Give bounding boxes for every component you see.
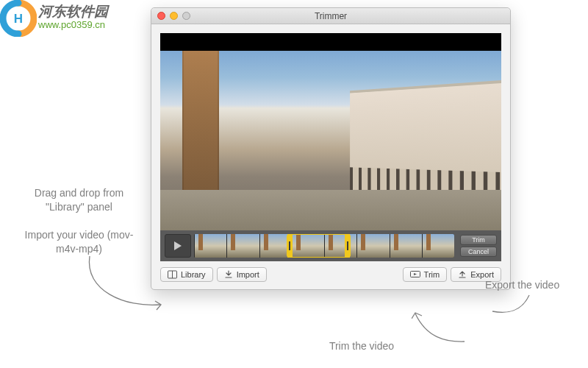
app-window: Trimmer (151, 7, 511, 290)
trim-confirm-button[interactable]: Trim (460, 235, 497, 245)
trim-cancel-button[interactable]: Cancel (460, 247, 497, 257)
video-preview[interactable] (160, 51, 501, 230)
arrow-icon (81, 250, 169, 316)
trim-label: Trim (424, 270, 440, 279)
thumbnail (226, 234, 259, 258)
play-icon (174, 241, 182, 250)
scene-decoration (182, 51, 219, 198)
trim-selection[interactable] (287, 234, 350, 258)
import-button[interactable]: Import (217, 267, 267, 282)
trim-side-buttons: Trim Cancel (460, 235, 497, 257)
site-url: www.pc0359.cn (38, 19, 105, 30)
window-controls (157, 12, 190, 20)
trim-bar: Trim Cancel (160, 230, 501, 261)
thumbnail (356, 234, 389, 258)
import-label: Import (237, 270, 259, 279)
trim-icon (410, 270, 420, 279)
arrow-icon (412, 309, 470, 350)
import-icon (224, 270, 233, 279)
close-icon[interactable] (157, 12, 165, 20)
window-body: Trim Cancel Library Import (151, 24, 510, 289)
site-logo: H (0, 0, 37, 37)
maximize-icon[interactable] (182, 12, 190, 20)
callout-trim-video: Trim the video (318, 339, 406, 353)
letterbox (160, 33, 501, 51)
thumbnail (194, 234, 226, 258)
export-icon (458, 270, 467, 279)
scene-decoration (350, 80, 501, 205)
svg-text:H: H (14, 12, 23, 26)
thumbnail (422, 234, 454, 258)
bottom-toolbar: Library Import Trim (160, 261, 501, 282)
arrow-icon (489, 291, 533, 320)
trim-handle-left[interactable] (287, 235, 293, 257)
titlebar: Trimmer (151, 8, 510, 24)
video-frame: Trim Cancel (160, 33, 501, 261)
minimize-icon[interactable] (170, 12, 178, 20)
trim-handle-right[interactable] (345, 235, 351, 257)
window-title: Trimmer (315, 11, 347, 21)
svg-marker-4 (414, 273, 417, 275)
toolbar-left: Library Import (160, 267, 267, 282)
trim-button[interactable]: Trim (403, 267, 448, 282)
scene-decoration (160, 190, 501, 230)
callout-drag-drop: Drag and drop from "Library" panel (22, 186, 136, 214)
thumbnail (390, 234, 422, 258)
library-label: Library (181, 270, 206, 279)
filmstrip[interactable] (194, 234, 454, 258)
